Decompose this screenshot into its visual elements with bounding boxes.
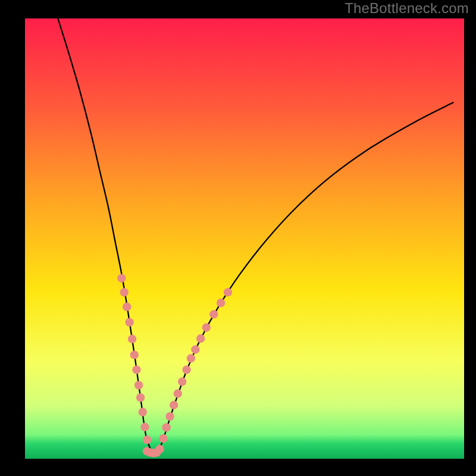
sample-point [170,401,178,409]
sample-point [130,350,139,359]
sample-point [224,288,232,296]
sample-point [139,408,147,416]
sample-point [125,318,133,326]
watermark-text: TheBottleneck.com [345,0,469,17]
sample-point [187,354,195,362]
sample-point [136,393,145,402]
plot-background [25,18,464,459]
sample-point [202,323,211,331]
sample-point [209,310,218,318]
sample-point [123,303,131,311]
sample-point [134,381,143,389]
sample-point [196,334,205,343]
sample-point [174,389,182,397]
sample-point [182,365,190,374]
sample-point [165,412,174,421]
sample-point [143,436,151,444]
chart-container: TheBottleneck.com [0,0,476,476]
sample-point [217,299,225,307]
sample-point [159,434,167,443]
sample-point [117,274,126,282]
sample-point [191,345,199,353]
sample-point [140,423,149,431]
sample-point [162,423,170,431]
sample-point [132,365,140,374]
sample-point [128,335,136,343]
sample-point [155,445,164,453]
sample-point [178,377,186,386]
sample-point [120,288,129,296]
bottleneck-chart [0,0,476,476]
